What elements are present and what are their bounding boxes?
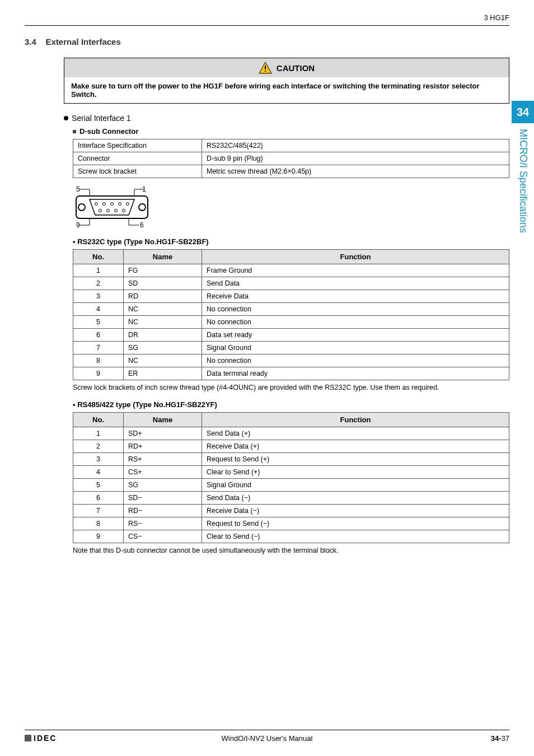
cell-name: DR [124,329,202,342]
serial-interface-1-title: Serial Interface 1 [72,114,131,123]
dsub-connector-diagram: 5 1 9 6 [73,185,509,228]
page-header: 3 HG1F [25,13,509,26]
cell-name: NC [124,316,202,329]
cell-name: SD [124,277,202,290]
cell-function: Data set ready [202,329,509,342]
cell-no: 9 [73,367,124,380]
cell-function: Data terminal ready [202,367,509,380]
cell-name: CS+ [124,466,202,479]
pin-label-5: 5 [76,185,80,193]
cell-no: 1 [73,264,124,277]
cell-no: 1 [73,427,124,440]
chapter-side-label: MICRO/I Specifications [512,127,534,272]
header-right-text: 3 HG1F [484,13,509,22]
table-row: 4NCNo connection [73,303,509,316]
dsub-connector-label: D-sub Connector [79,127,138,136]
spec-key: Connector [73,152,202,165]
cell-name: RS+ [124,453,202,466]
svg-marker-8 [90,199,134,215]
svg-point-11 [95,203,98,206]
table-row: 6DRData set ready [73,329,509,342]
section-title: External Interfaces [46,37,121,46]
svg-point-13 [111,203,114,206]
spec-key: Interface Specification [73,139,202,152]
rs485-heading: • RS485/422 type (Type No.HG1F-SB22YF) [73,400,509,409]
rs232c-table: No. Name Function 1FGFrame Ground2SDSend… [73,249,509,380]
table-row: 7SGSignal Ground [73,342,509,354]
table-row: 8NCNo connection [73,354,509,367]
cell-name: SG [124,342,202,354]
cell-function: Clear to Send (−) [202,530,509,543]
table-row: 1SD+Send Data (+) [73,427,509,440]
cell-name: SG [124,479,202,492]
cell-no: 3 [73,453,124,466]
cell-function: Receive Data [202,290,509,303]
pin-label-6: 6 [140,221,144,228]
cell-no: 7 [73,505,124,517]
spec-value: D-sub 9 pin (Plug) [202,152,509,165]
pin-label-9: 9 [76,221,80,228]
svg-point-16 [99,209,102,212]
cell-no: 4 [73,466,124,479]
table-row: Connector D-sub 9 pin (Plug) [73,152,509,165]
cell-function: Clear to Send (+) [202,466,509,479]
table-row: 8RS−Request to Send (−) [73,517,509,530]
bullet-icon [64,116,68,120]
warning-triangle-icon [259,62,272,74]
col-name: Name [124,250,202,264]
table-row: 3RS+Request to Send (+) [73,453,509,466]
cell-name: RD− [124,505,202,517]
cell-no: 8 [73,517,124,530]
col-name: Name [124,413,202,427]
svg-rect-2 [265,71,266,72]
cell-name: RD [124,290,202,303]
svg-point-14 [119,203,121,206]
page-content: 3.4 External Interfaces CAUTION Make sur… [25,37,509,554]
svg-point-18 [115,209,118,212]
dsub-connector-heading: D-sub Connector [73,127,509,136]
chapter-number: 34 [517,106,529,119]
spec-table: Interface Specification RS232C/485(422) … [73,139,509,178]
cell-no: 3 [73,290,124,303]
cell-name: RS− [124,517,202,530]
cell-no: 5 [73,316,124,329]
svg-point-15 [127,203,129,206]
svg-point-12 [103,203,106,206]
section-heading: 3.4 External Interfaces [25,37,509,46]
cell-function: Receive Data (+) [202,440,509,453]
cell-function: Request to Send (+) [202,453,509,466]
footer-center: WindO/I-NV2 User's Manual [25,734,509,743]
cell-no: 4 [73,303,124,316]
cell-name: SD− [124,492,202,505]
table-row: 2RD+Receive Data (+) [73,440,509,453]
table-header-row: No. Name Function [73,413,509,427]
caution-label: CAUTION [277,63,315,73]
svg-point-19 [123,209,125,212]
rs232c-heading: • RS232C type (Type No.HG1F-SB22BF) [73,237,509,246]
col-no: No. [73,250,124,264]
cell-function: Signal Ground [202,342,509,354]
serial-interface-1-heading: Serial Interface 1 [64,114,509,123]
cell-name: NC [124,354,202,367]
page-footer: IDEC WindO/I-NV2 User's Manual 34-37 [25,730,509,743]
col-function: Function [202,250,509,264]
cell-no: 9 [73,530,124,543]
svg-point-17 [107,209,110,212]
table-row: 5NCNo connection [73,316,509,329]
table-row: 5SGSignal Ground [73,479,509,492]
cell-function: Frame Ground [202,264,509,277]
cell-no: 5 [73,479,124,492]
table-row: 9CS−Clear to Send (−) [73,530,509,543]
cell-function: Receive Data (−) [202,505,509,517]
spec-key: Screw lock bracket [73,165,202,178]
table-row: 6SD−Send Data (−) [73,492,509,505]
cell-no: 2 [73,277,124,290]
table-row: 4CS+Clear to Send (+) [73,466,509,479]
table-row: 3RDReceive Data [73,290,509,303]
table-row: 9ERData terminal ready [73,367,509,380]
col-no: No. [73,413,124,427]
table-row: 7RD−Receive Data (−) [73,505,509,517]
section-number: 3.4 [25,37,36,46]
cell-name: CS− [124,530,202,543]
cell-no: 2 [73,440,124,453]
